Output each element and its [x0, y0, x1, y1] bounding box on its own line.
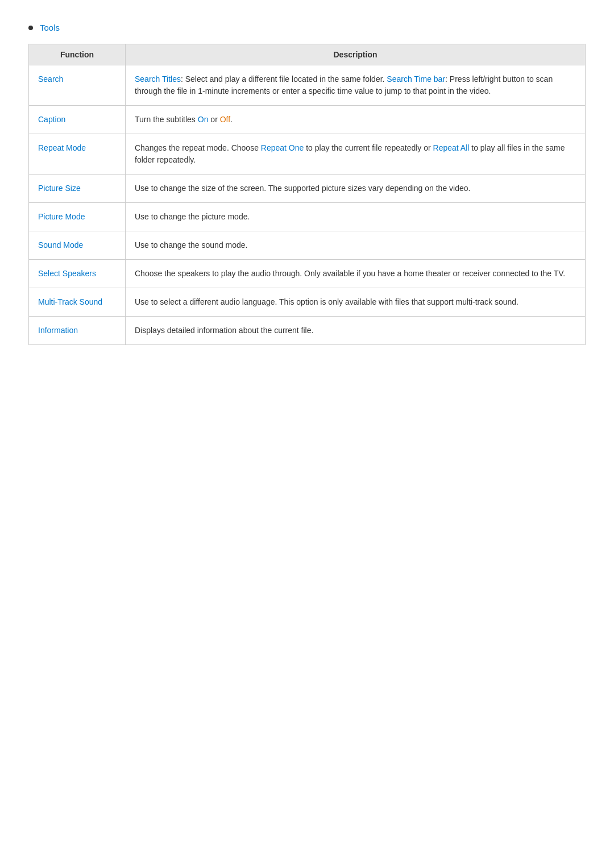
description-cell: Use to change the size of the screen. Th…: [126, 175, 586, 203]
description-cell: Changes the repeat mode. Choose Repeat O…: [126, 134, 586, 175]
blue-highlight: Repeat All: [433, 143, 470, 152]
orange-highlight: Off: [220, 115, 230, 124]
table-row: CaptionTurn the subtitles On or Off.: [29, 106, 586, 134]
blue-highlight: Search Time bar: [387, 74, 445, 84]
description-cell: Search Titles: Select and play a differe…: [126, 65, 586, 106]
function-cell: Sound Mode: [29, 231, 126, 260]
description-cell: Use to change the picture mode.: [126, 203, 586, 231]
table-row: Picture ModeUse to change the picture mo…: [29, 203, 586, 231]
description-cell: Turn the subtitles On or Off.: [126, 106, 586, 134]
blue-highlight: Repeat One: [261, 143, 304, 152]
table-row: Multi-Track SoundUse to select a differe…: [29, 288, 586, 317]
function-table: Function Description SearchSearch Titles…: [28, 44, 586, 345]
bullet-item: Tools: [28, 23, 586, 32]
blue-highlight: On: [198, 115, 209, 124]
table-row: InformationDisplays detailed information…: [29, 317, 586, 345]
blue-highlight: Search Titles: [135, 74, 181, 84]
table-row: Repeat ModeChanges the repeat mode. Choo…: [29, 134, 586, 175]
table-row: Sound ModeUse to change the sound mode.: [29, 231, 586, 260]
function-cell: Search: [29, 65, 126, 106]
tools-link[interactable]: Tools: [40, 23, 60, 32]
description-cell: Use to change the sound mode.: [126, 231, 586, 260]
table-row: Picture SizeUse to change the size of th…: [29, 175, 586, 203]
description-cell: Use to select a different audio language…: [126, 288, 586, 317]
function-header: Function: [29, 44, 126, 65]
function-cell: Repeat Mode: [29, 134, 126, 175]
bullet-dot-icon: [28, 26, 33, 30]
table-header-row: Function Description: [29, 44, 586, 65]
function-cell: Multi-Track Sound: [29, 288, 126, 317]
table-row: SearchSearch Titles: Select and play a d…: [29, 65, 586, 106]
description-cell: Displays detailed information about the …: [126, 317, 586, 345]
table-row: Select SpeakersChoose the speakers to pl…: [29, 260, 586, 288]
function-cell: Picture Size: [29, 175, 126, 203]
function-cell: Caption: [29, 106, 126, 134]
function-cell: Picture Mode: [29, 203, 126, 231]
function-cell: Information: [29, 317, 126, 345]
description-header: Description: [126, 44, 586, 65]
function-cell: Select Speakers: [29, 260, 126, 288]
description-cell: Choose the speakers to play the audio th…: [126, 260, 586, 288]
